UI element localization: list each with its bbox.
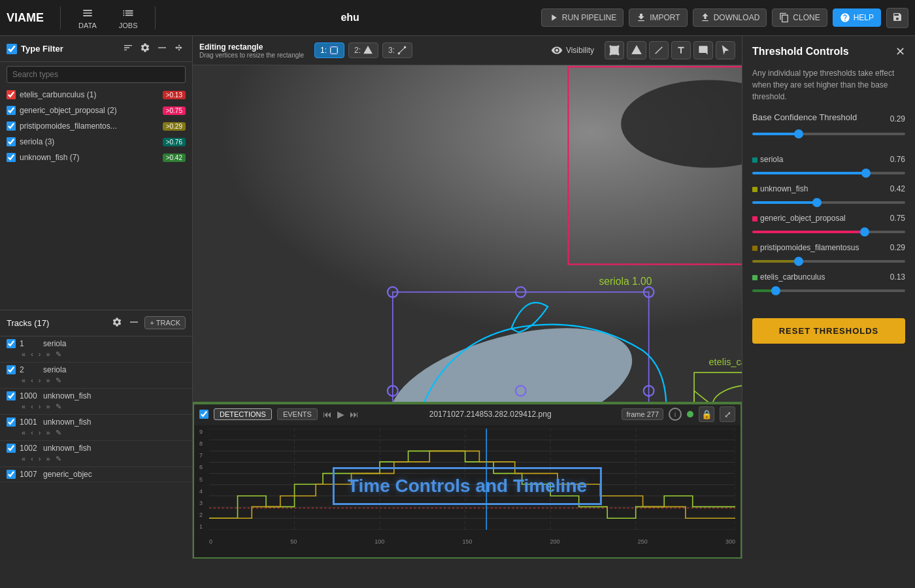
track-first-btn[interactable]: «	[20, 428, 27, 438]
tool-3-button[interactable]: 3:	[382, 42, 412, 58]
type-item-checkbox-4[interactable]	[7, 153, 16, 162]
tl-skip-end-btn[interactable]: ⏭	[350, 409, 359, 419]
seriola-color-dot	[752, 157, 757, 163]
track-prev-btn[interactable]: ‹	[29, 350, 35, 359]
type-item-checkbox-1[interactable]	[7, 106, 16, 115]
track-prev-btn[interactable]: ‹	[29, 402, 35, 412]
type-item-checkbox-0[interactable]	[7, 90, 16, 99]
tl-skip-start-btn[interactable]: ⏮	[323, 409, 332, 419]
run-pipeline-button[interactable]: RUN PIPELINE	[541, 8, 624, 27]
track-next-btn[interactable]: ›	[37, 376, 43, 385]
track-next-btn[interactable]: ›	[37, 428, 43, 438]
track-last-btn[interactable]: »	[44, 428, 52, 438]
track-first-btn[interactable]: «	[20, 376, 27, 385]
svg-rect-1	[130, 321, 138, 322]
track-last-btn[interactable]: »	[44, 350, 52, 359]
list-item[interactable]: unknown_fish (7) >0.42	[0, 150, 192, 165]
track-next-btn[interactable]: ›	[37, 402, 43, 412]
type-filter-checkbox[interactable]	[7, 44, 17, 54]
tracks-settings-button[interactable]	[110, 316, 124, 331]
list-item[interactable]: generic_object_proposal (2) >0.75	[0, 103, 192, 118]
list-item[interactable]: seriola (3) >0.76	[0, 134, 192, 150]
track-checkbox-1001[interactable]	[7, 417, 16, 427]
generic-proposal-row: generic_object_proposal 0.75	[752, 214, 905, 223]
list-item[interactable]: etelis_carbunculus (1) >0.13	[0, 87, 192, 103]
sort-button[interactable]	[122, 41, 135, 56]
tool-1-button[interactable]: 1:	[314, 42, 344, 58]
delete-track-button[interactable]	[127, 316, 141, 331]
unknown-fish-slider[interactable]	[752, 201, 905, 204]
pristipomoides-label: pristipomoides_filamentosus	[752, 243, 859, 252]
tool-2-button[interactable]: 2:	[348, 42, 378, 58]
save-button[interactable]	[886, 8, 908, 28]
base-threshold-value: 0.29	[890, 114, 905, 123]
track-next-btn[interactable]: ›	[37, 350, 43, 359]
type-item-checkbox-2[interactable]	[7, 122, 16, 131]
track-first-btn[interactable]: «	[20, 350, 27, 359]
svg-point-3	[330, 46, 331, 48]
track-next-btn[interactable]: ›	[37, 454, 43, 464]
track-prev-btn[interactable]: ‹	[29, 376, 35, 385]
track-edit-btn[interactable]: ✎	[54, 376, 63, 385]
track-prev-btn[interactable]: ‹	[29, 428, 35, 438]
tl-checkbox[interactable]	[199, 410, 208, 419]
etelis-carbunculus-slider[interactable]	[752, 289, 905, 292]
text-icon[interactable]	[671, 41, 691, 59]
tl-info-btn[interactable]: i	[669, 408, 682, 421]
track-last-btn[interactable]: »	[44, 376, 52, 385]
delete-type-button[interactable]	[156, 41, 169, 56]
events-button[interactable]: EVENTS	[277, 408, 318, 420]
track-edit-btn[interactable]: ✎	[54, 350, 63, 359]
merge-button[interactable]	[173, 41, 186, 56]
tl-lock-btn[interactable]: 🔒	[699, 406, 714, 422]
track-checkbox-1000[interactable]	[7, 391, 16, 400]
canvas-area[interactable]: seriola 1.00 etelis_carbunculus	[193, 65, 742, 402]
svg-point-8	[398, 53, 399, 54]
visibility-button[interactable]: Visibility	[551, 44, 594, 56]
threshold-close-button[interactable]: ✕	[895, 46, 905, 57]
settings-button[interactable]	[139, 41, 152, 56]
track-edit-btn[interactable]: ✎	[54, 454, 63, 464]
track-checkbox-1[interactable]	[7, 339, 16, 348]
search-input[interactable]	[7, 66, 186, 83]
right-panel: Threshold Controls ✕ Any individual type…	[742, 36, 915, 559]
generic-proposal-dot	[752, 216, 757, 221]
track-edit-btn[interactable]: ✎	[54, 428, 63, 438]
track-first-btn[interactable]: «	[20, 402, 27, 412]
help-button[interactable]: HELP	[833, 8, 881, 27]
project-title: ehu	[165, 12, 534, 24]
reset-thresholds-button[interactable]: RESET THRESHOLDS	[752, 318, 905, 344]
import-button[interactable]: IMPORT	[629, 8, 687, 27]
add-track-button[interactable]: + TRACK	[144, 316, 186, 329]
track-checkbox-1002[interactable]	[7, 444, 16, 453]
data-button[interactable]: DATA	[71, 4, 105, 32]
tl-fullscreen-btn[interactable]: ⤢	[720, 406, 735, 422]
track-checkbox-1007[interactable]	[7, 470, 16, 479]
track-last-btn[interactable]: »	[44, 402, 52, 412]
pristipomoides-value: 0.29	[890, 243, 905, 252]
generic-proposal-slider[interactable]	[752, 231, 905, 233]
track-prev-btn[interactable]: ‹	[29, 454, 35, 464]
tl-play-btn[interactable]: ▶	[337, 409, 344, 419]
type-item-checkbox-3[interactable]	[7, 137, 16, 146]
base-confidence-slider[interactable]	[752, 133, 905, 135]
track-edit-btn[interactable]: ✎	[54, 402, 63, 412]
bounding-box-icon[interactable]	[605, 41, 624, 59]
track-checkbox-2[interactable]	[7, 365, 16, 374]
seriola-slider[interactable]	[752, 172, 905, 174]
clone-button[interactable]: CLONE	[772, 8, 827, 27]
pristipomoides-slider[interactable]	[752, 260, 905, 263]
line-icon[interactable]	[649, 41, 669, 59]
canvas-background: seriola 1.00 etelis_carbunculus	[193, 65, 742, 402]
track-first-btn[interactable]: «	[20, 454, 27, 464]
polygon-icon[interactable]	[627, 41, 646, 59]
list-item[interactable]: pristipomoides_filamentos... >0.29	[0, 118, 192, 134]
detections-button[interactable]: DETECTIONS	[214, 408, 272, 420]
track-last-btn[interactable]: »	[44, 454, 52, 464]
jobs-button[interactable]: JOBS	[111, 4, 146, 32]
generic-proposal-label: generic_object_proposal	[752, 214, 846, 223]
download-button[interactable]: DOWNLOAD	[693, 8, 767, 27]
cursor-icon[interactable]	[716, 41, 735, 59]
svg-point-14	[618, 54, 619, 55]
comment-icon[interactable]	[693, 41, 713, 59]
